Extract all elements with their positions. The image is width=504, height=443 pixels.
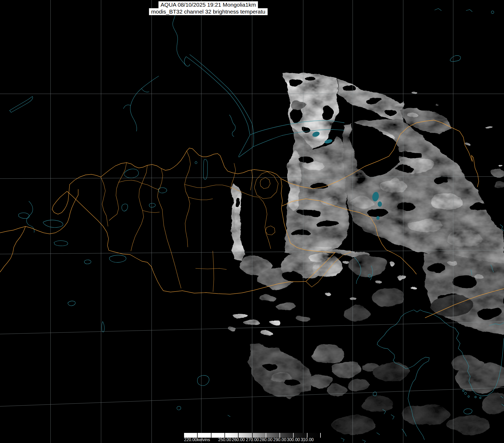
lake-small-2 <box>122 204 128 211</box>
satellite-image-viewport: AQUA 08/10/2025 19:21 Mongolia1km modis_… <box>0 0 504 443</box>
cloud-lake-5 <box>376 216 380 220</box>
topright-squiggle-1 <box>435 9 441 11</box>
colorbar-tick-label: 290.00 <box>273 437 286 442</box>
korea-island-1 <box>464 392 466 394</box>
angara-river <box>173 11 186 65</box>
colorbar-tick-label: 280.00 <box>260 437 273 442</box>
reservoir-sliver <box>10 96 33 112</box>
korea-island-2 <box>468 396 469 397</box>
map-canvas <box>0 0 504 443</box>
colorbar-tick <box>197 433 198 438</box>
colorbar-tick-label: 250.00 <box>218 437 231 442</box>
lake-small-1 <box>149 203 155 207</box>
cloud-bottom-center <box>248 344 312 399</box>
selenga-river <box>229 115 235 137</box>
lake-uvs <box>124 169 139 178</box>
colorbar-tick <box>307 433 307 438</box>
gobi-lake-blob <box>197 376 209 386</box>
topright-squiggle-2 <box>466 10 472 12</box>
kelvin-colorbar <box>184 433 322 438</box>
jeju-island <box>464 409 472 414</box>
coast-island-w <box>373 392 377 396</box>
colorbar-tick-label: 310.00 <box>301 437 314 442</box>
gobi-lake-tiny <box>177 406 181 410</box>
cloud-imagery-layer <box>229 66 504 435</box>
korea-island-5 <box>480 397 481 399</box>
west-lake-arrow <box>68 301 75 306</box>
colorbar-tick <box>293 433 294 438</box>
west-lake-2 <box>43 220 63 227</box>
yenisei-river <box>123 76 159 131</box>
colorbar-tick <box>211 433 211 438</box>
colorbar-tick <box>252 433 253 438</box>
lake-khovsgol <box>203 159 207 179</box>
korea-island-4 <box>475 396 476 398</box>
kazakhstan-border-south <box>0 226 26 272</box>
cloud-lake-4 <box>378 201 382 207</box>
lake-baikal-south-tip <box>239 135 253 157</box>
west-sliver-lake <box>102 322 104 332</box>
colorbar-tick <box>238 433 239 438</box>
flag-lake <box>109 255 126 262</box>
colorbar-tick <box>320 433 321 438</box>
colorbar-tick-label: 270.00 <box>246 437 259 442</box>
image-title-line1: AQUA 08/10/2025 19:21 Mongolia1km <box>159 1 258 8</box>
image-title-line2: modis_BT32 channel 32 brightness tempera… <box>149 8 268 15</box>
korea-island-3 <box>463 390 464 391</box>
colorbar-tick-label: 300.00 <box>287 437 300 442</box>
colorbar-tick <box>224 433 225 438</box>
kazakhstan-china-border <box>0 189 78 234</box>
colorbar-unit-label: 220.00kelvins <box>184 437 210 442</box>
colorbar-tick-label: 260.00 <box>232 437 245 442</box>
colorbar-tick <box>280 433 280 438</box>
colorbar-tick <box>266 433 266 438</box>
topright-curl <box>450 56 461 62</box>
small-lake-318 <box>84 260 91 264</box>
pond-khovsgol-west <box>195 162 197 164</box>
topright-dot <box>491 11 494 14</box>
west-lake-3 <box>54 241 68 246</box>
